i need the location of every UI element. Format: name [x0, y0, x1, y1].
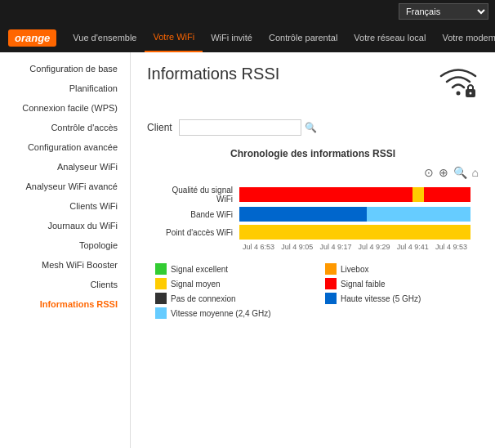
- sidebar-item-controle-acces[interactable]: Contrôle d'accès: [0, 118, 130, 137]
- client-row: Client 🔍: [147, 119, 479, 136]
- legend-label-haute-vitesse: Haute vitesse (5 GHz): [341, 294, 421, 303]
- sidebar: Configuration de base Planification Conn…: [0, 52, 131, 448]
- legend-color-haute-vitesse: [325, 293, 337, 304]
- nav-item-wifi-invite[interactable]: WiFi invité: [203, 23, 261, 52]
- legend-item-haute-vitesse: Haute vitesse (5 GHz): [325, 293, 479, 304]
- header: orange Vue d'ensemble Votre WiFi WiFi in…: [0, 23, 495, 52]
- chart-label-point-acces: Point d'accès WiFi: [155, 228, 233, 237]
- legend-color-signal-faible: [325, 278, 337, 289]
- chart-label-qualite: Qualité du signal WiFi: [155, 186, 233, 204]
- sidebar-item-planification[interactable]: Planification: [0, 78, 130, 98]
- nav-item-votre-reseau[interactable]: Votre réseau local: [346, 23, 434, 52]
- top-bar: Français English: [0, 0, 495, 23]
- legend-color-signal-moyen: [155, 278, 167, 289]
- wifi-icon-svg: [438, 65, 479, 101]
- bar-qualite-seg3: [424, 187, 470, 202]
- main-layout: Configuration de base Planification Conn…: [0, 52, 495, 448]
- nav-menu: Vue d'ensemble Votre WiFi WiFi invité Co…: [65, 23, 495, 52]
- x-axis: Jul 4 6:53 Jul 4 9:05 Jul 4 9:17 Jul 4 9…: [239, 243, 470, 251]
- legend-color-vitesse-moyenne: [155, 307, 167, 319]
- svg-point-0: [457, 92, 461, 96]
- chart-row-bande: Bande WiFi: [155, 207, 470, 222]
- zoom-fit-icon[interactable]: 🔍: [453, 166, 467, 179]
- legend-item-livebox: Livebox: [325, 263, 479, 275]
- sidebar-item-mesh-wifi[interactable]: Mesh WiFi Booster: [0, 255, 130, 275]
- legend-item-vitesse-moyenne: Vitesse moyenne (2,4 GHz): [155, 307, 309, 319]
- sidebar-item-topologie[interactable]: Topologie: [0, 235, 130, 255]
- chart-label-bande: Bande WiFi: [155, 210, 233, 219]
- legend: Signal excellent Livebox Signal moyen Si…: [155, 263, 479, 319]
- bar-qualite-seg2: [412, 187, 424, 202]
- chart-title: Chronologie des informations RSSI: [147, 148, 479, 159]
- sidebar-item-connexion-facile[interactable]: Connexion facile (WPS): [0, 98, 130, 118]
- nav-item-votre-modem[interactable]: Votre modem: [434, 23, 495, 52]
- chart-bar-qualite: [239, 187, 470, 202]
- x-label-0: Jul 4 6:53: [239, 243, 278, 251]
- bar-point-acces-seg1: [239, 225, 470, 240]
- chart-area: Qualité du signal WiFi Bande WiFi Point …: [155, 186, 470, 251]
- client-arrow-icon: 🔍: [305, 122, 317, 133]
- page-title: Informations RSSI: [147, 65, 279, 83]
- legend-label-pas-connexion: Pas de connexion: [171, 294, 236, 303]
- bar-bande-seg1: [239, 207, 367, 222]
- chart-controls: ⊙ ⊕ 🔍 ⌂: [147, 166, 479, 179]
- legend-label-livebox: Livebox: [341, 265, 368, 274]
- content-header: Informations RSSI: [147, 65, 479, 107]
- legend-color-pas-connexion: [155, 293, 167, 304]
- x-label-4: Jul 4 9:41: [394, 243, 432, 251]
- legend-label-vitesse-moyenne: Vitesse moyenne (2,4 GHz): [171, 309, 271, 318]
- client-input[interactable]: [179, 119, 301, 136]
- legend-item-signal-faible: Signal faible: [325, 278, 479, 289]
- x-label-5: Jul 4 9:53: [432, 243, 470, 251]
- nav-item-controle-parental[interactable]: Contrôle parental: [261, 23, 346, 52]
- bar-qualite-seg1: [239, 187, 412, 202]
- nav-item-votre-wifi[interactable]: Votre WiFi: [145, 23, 203, 52]
- chart-row-point-acces: Point d'accès WiFi: [155, 225, 470, 240]
- x-label-1: Jul 4 9:05: [278, 243, 316, 251]
- client-label: Client: [147, 122, 172, 133]
- legend-label-signal-excellent: Signal excellent: [171, 265, 228, 274]
- bar-bande-seg2: [367, 207, 470, 222]
- language-select[interactable]: Français English: [399, 3, 488, 20]
- x-label-3: Jul 4 9:29: [355, 243, 394, 251]
- sidebar-item-analyseur-wifi-avance[interactable]: Analyseur WiFi avancé: [0, 177, 130, 196]
- nav-item-vue-ensemble[interactable]: Vue d'ensemble: [65, 23, 145, 52]
- content-area: Informations RSSI Client: [131, 52, 495, 448]
- legend-item-signal-excellent: Signal excellent: [155, 263, 309, 275]
- legend-color-livebox: [325, 263, 337, 275]
- svg-point-2: [470, 92, 472, 95]
- orange-logo: orange: [8, 29, 56, 47]
- chart-row-qualite: Qualité du signal WiFi: [155, 186, 470, 204]
- home-icon[interactable]: ⌂: [472, 166, 479, 179]
- x-label-2: Jul 4 9:17: [316, 243, 355, 251]
- legend-label-signal-faible: Signal faible: [341, 280, 385, 289]
- legend-item-signal-moyen: Signal moyen: [155, 278, 309, 289]
- zoom-in-icon[interactable]: ⊕: [439, 166, 448, 179]
- sidebar-item-config-base[interactable]: Configuration de base: [0, 59, 130, 78]
- sidebar-item-clients-wifi[interactable]: Clients WiFi: [0, 196, 130, 216]
- legend-item-pas-connexion: Pas de connexion: [155, 293, 309, 304]
- sidebar-item-config-avancee[interactable]: Configuration avancée: [0, 137, 130, 157]
- wifi-lock-icon: [438, 65, 479, 107]
- legend-color-signal-excellent: [155, 263, 167, 275]
- sidebar-item-journaux-wifi[interactable]: Journaux du WiFi: [0, 216, 130, 235]
- sidebar-item-analyseur-wifi[interactable]: Analyseur WiFi: [0, 157, 130, 177]
- sidebar-item-clients[interactable]: Clients: [0, 275, 130, 294]
- chart-bar-bande: [239, 207, 470, 222]
- legend-label-signal-moyen: Signal moyen: [171, 280, 221, 289]
- sidebar-item-informations-rssi[interactable]: Informations RSSI: [0, 294, 130, 314]
- chart-bar-point-acces: [239, 225, 470, 240]
- zoom-out-icon[interactable]: ⊙: [424, 166, 434, 179]
